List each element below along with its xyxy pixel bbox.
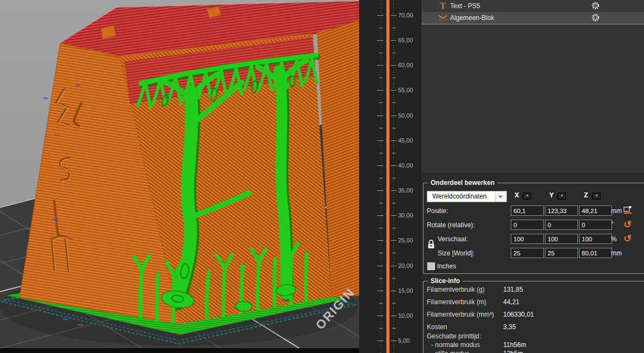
slice-info-group: Slice-info Filamentverbruik (g) 131,85 F… [423, 281, 644, 353]
print-time-row: - normale modus 11h56m [424, 341, 644, 350]
slice-info-row: Filamentverbruik (m) 44,21 [424, 298, 644, 307]
rotate-unit: ° [611, 220, 614, 228]
object-settings-gear-button[interactable] [591, 14, 600, 22]
object-row-algemeen-blok[interactable]: Algemeen-Blok [421, 12, 644, 24]
axis-header-x: X [515, 191, 519, 199]
ruler-graduation: 65,00 [359, 36, 421, 44]
uniform-scale-lock-icon[interactable] [427, 239, 435, 251]
layer-range-slider[interactable] [386, 0, 389, 353]
print-time-header: Geschatte printtijd: [424, 332, 644, 341]
object-label: Algemeen-Blok [450, 12, 494, 24]
ruler-label: 25,00 [398, 237, 413, 243]
scale-z-input[interactable] [579, 234, 612, 244]
axis-center-z-icon[interactable] [592, 192, 601, 200]
rotate-label: Rotate (relative): [427, 221, 475, 229]
position-z-input[interactable] [579, 206, 612, 216]
size-z-input[interactable] [579, 248, 612, 258]
ruler-graduation: 45,00 [359, 137, 421, 144]
rotate-y-input[interactable] [545, 220, 578, 230]
size-unit: mm [611, 249, 622, 257]
ruler-graduation: 10,00 [359, 312, 421, 319]
ruler-label: 45,00 [398, 137, 413, 144]
slice-info-row: Filamentverbruik (g) 131,85 [424, 286, 644, 294]
rotate-x-input[interactable] [511, 220, 544, 230]
ruler-label: 55,00 [398, 87, 413, 93]
viewport-bottom-edge [0, 348, 359, 353]
right-panel: T Text - PS5 Algemeen-Blok Onderdeel bew… [421, 0, 644, 353]
ruler-graduation: 20,00 [359, 262, 421, 269]
ruler-label: 65,00 [398, 37, 413, 43]
ruler-graduation: 50,00 [359, 112, 421, 119]
ruler-label: 15,00 [398, 287, 413, 294]
ruler-graduation: 60,00 [359, 61, 421, 69]
axis-header-z: Z [584, 191, 588, 199]
part-edit-title: Onderdeel bewerken [428, 179, 497, 187]
coordinate-system-value: Wereldcoördinaten [432, 191, 487, 202]
size-label: Size [World]: [438, 249, 474, 257]
ruler-label: 40,00 [398, 162, 413, 169]
inches-label: Inches [437, 262, 456, 270]
size-x-input[interactable] [511, 248, 544, 258]
position-x-input[interactable] [511, 206, 544, 216]
ruler-graduation: 40,00 [359, 162, 421, 169]
coordinate-system-select[interactable]: Wereldcoördinaten [427, 191, 507, 202]
part-edit-group: Onderdeel bewerken Wereldcoördinaten X Y… [423, 183, 644, 274]
mesh-object-icon [438, 14, 447, 22]
scale-x-input[interactable] [511, 234, 544, 244]
object-list: T Text - PS5 Algemeen-Blok [421, 0, 644, 172]
scale-unit: % [611, 235, 617, 243]
slice-info-row: Filamentverbruik (mm³) 106330,01 [424, 311, 644, 319]
inches-checkbox[interactable] [427, 262, 435, 270]
scale-label: Verschaal: [438, 235, 468, 243]
ruler-graduation: 55,00 [359, 86, 421, 94]
ruler-graduation: 25,00 [359, 236, 421, 244]
rotate-reset-icon[interactable]: ↺ [623, 220, 632, 229]
axis-header-y: Y [549, 191, 554, 199]
position-unit: mm [611, 207, 622, 215]
ruler-label: 30,00 [398, 212, 413, 219]
layer-ruler[interactable]: 70,00 65,00 60,00 55,00 50,00 45,00 [359, 0, 421, 353]
scale-y-input[interactable] [545, 234, 578, 244]
ruler-label: 50,00 [398, 112, 413, 119]
ruler-graduation: 30,00 [359, 211, 421, 219]
ruler-label: 60,00 [398, 62, 413, 68]
ruler-label: 10,00 [398, 312, 413, 319]
axis-center-x-icon[interactable] [523, 192, 531, 200]
object-settings-gear-button[interactable] [591, 2, 600, 10]
ruler-label: 5,00 [398, 337, 409, 344]
ruler-graduation: 35,00 [359, 187, 421, 194]
ruler-label: 35,00 [398, 187, 413, 194]
size-y-input[interactable] [545, 248, 578, 258]
ruler-graduation: 70,00 [359, 11, 421, 19]
position-label: Positie: [427, 207, 448, 215]
drop-to-bed-icon[interactable] [623, 206, 633, 216]
axis-center-y-icon[interactable] [557, 192, 566, 200]
text-object-icon: T [438, 2, 447, 10]
chevron-down-icon[interactable] [495, 191, 506, 202]
slice-info-row: Kosten 3,35 [424, 323, 644, 332]
object-label: Text - PS5 [450, 0, 480, 12]
slice-info-title: Slice-info [428, 277, 463, 285]
rotate-z-input[interactable] [579, 220, 612, 230]
ruler-label: 70,00 [398, 12, 413, 18]
scale-reset-icon[interactable]: ↺ [623, 234, 632, 243]
3d-viewport[interactable]: ORIGIN [0, 0, 359, 353]
ruler-graduation: 15,00 [359, 287, 421, 294]
ruler-label: 20,00 [398, 262, 413, 269]
object-row-text-ps5[interactable]: T Text - PS5 [421, 0, 644, 12]
position-y-input[interactable] [545, 206, 578, 216]
ruler-graduation: 5,00 [359, 337, 421, 344]
print-preview-3d[interactable] [0, 0, 359, 353]
slicer-app-window: ORIGIN 70,00 65,00 60,00 55,00 [0, 0, 644, 353]
print-time-row: - stille modus 12h5m [424, 350, 644, 353]
